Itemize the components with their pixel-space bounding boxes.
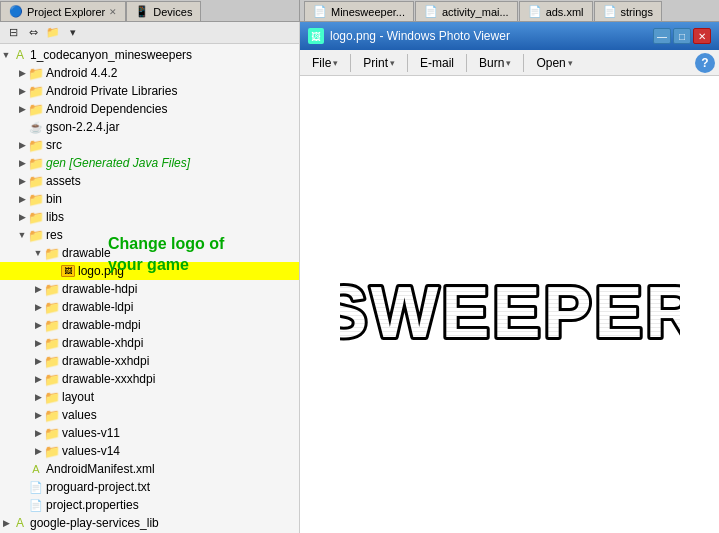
tab-strings[interactable]: 📄 strings	[594, 1, 662, 21]
editor-tabs: 📄 Minesweeper... 📄 activity_mai... 📄 ads…	[300, 0, 719, 21]
svg-text:SWEEPER: SWEEPER	[340, 272, 680, 352]
folder-icon: 📁	[44, 335, 60, 351]
folder-icon: 📁	[44, 317, 60, 333]
folder-icon: 📁	[44, 353, 60, 369]
list-item[interactable]: ▶ 📁 gen [Generated Java Files]	[0, 154, 299, 172]
folder-icon: 📁	[28, 209, 44, 225]
folder-icon: 📁	[28, 137, 44, 153]
devices-icon: 📱	[135, 5, 149, 18]
folder-icon: 📁	[44, 245, 60, 261]
folder-icon: 📁	[28, 173, 44, 189]
list-item[interactable]: ▶ 📁 drawable-xxxhdpi	[0, 370, 299, 388]
tab-strings-icon: 📄	[603, 5, 617, 18]
minimize-button[interactable]: —	[653, 28, 671, 44]
folder-icon: 📁	[44, 281, 60, 297]
tree-item-logo-png[interactable]: 🖼 logo.png	[0, 262, 299, 280]
menu-separator-4	[523, 54, 524, 72]
tab-activity-main[interactable]: 📄 activity_mai...	[415, 1, 518, 21]
folder-icon: 📁	[28, 227, 44, 243]
help-button[interactable]: ?	[695, 53, 715, 73]
tab-minesweeper-icon: 📄	[313, 5, 327, 18]
photo-viewer-image-area: .sw-text { font-family: Impact, 'Arial B…	[300, 76, 719, 533]
menu-email[interactable]: E-mail	[412, 52, 462, 74]
android-manifest-icon: A	[28, 461, 44, 477]
photo-viewer-app-icon: 🖼	[308, 28, 324, 44]
explorer-toolbar: ⊟ ⇔ 📁 ▾	[0, 22, 299, 44]
menu-burn[interactable]: Burn ▾	[471, 52, 519, 74]
list-item[interactable]: ▶ 📁 libs	[0, 208, 299, 226]
jar-icon: ☕	[28, 119, 44, 135]
folder-icon: 📁	[28, 101, 44, 117]
toolbar-new-folder[interactable]: 📁	[44, 24, 62, 42]
menu-print[interactable]: Print ▾	[355, 52, 403, 74]
list-item[interactable]: 📄 project.properties	[0, 496, 299, 514]
menu-burn-arrow: ▾	[506, 58, 511, 68]
tab-close-project-explorer[interactable]: ✕	[109, 7, 117, 17]
menu-open[interactable]: Open ▾	[528, 52, 580, 74]
folder-icon: 📁	[44, 407, 60, 423]
folder-icon: 📁	[28, 65, 44, 81]
eclipse-icon: 🔵	[9, 5, 23, 18]
list-item[interactable]: ▼ 📁 res	[0, 226, 299, 244]
folder-icon: 📁	[44, 371, 60, 387]
list-item[interactable]: ▶ 📁 Android Dependencies	[0, 100, 299, 118]
tree-item-google-play[interactable]: ▶ A google-play-services_lib	[0, 514, 299, 532]
menu-file-arrow: ▾	[333, 58, 338, 68]
list-item[interactable]: ▼ 📁 drawable	[0, 244, 299, 262]
folder-icon: 📁	[44, 443, 60, 459]
tab-ads-icon: 📄	[528, 5, 542, 18]
menu-print-arrow: ▾	[390, 58, 395, 68]
list-item[interactable]: ☕ gson-2.2.4.jar	[0, 118, 299, 136]
list-item[interactable]: ▶ 📁 drawable-xxhdpi	[0, 352, 299, 370]
tab-minesweeper[interactable]: 📄 Minesweeper...	[304, 1, 414, 21]
list-item[interactable]: ▶ 📁 drawable-ldpi	[0, 298, 299, 316]
list-item[interactable]: ▶ 📁 drawable-mdpi	[0, 316, 299, 334]
folder-icon: 📁	[28, 155, 44, 171]
list-item[interactable]: ▶ 📁 values-v14	[0, 442, 299, 460]
list-item[interactable]: ▶ 📁 drawable-xhdpi	[0, 334, 299, 352]
image-file-icon: 🖼	[60, 263, 76, 279]
list-item[interactable]: ▶ 📁 Android Private Libraries	[0, 82, 299, 100]
list-item[interactable]: ▶ 📁 bin	[0, 190, 299, 208]
android-project-icon: A	[12, 515, 28, 531]
folder-icon: 📁	[28, 83, 44, 99]
folder-icon: 📁	[44, 389, 60, 405]
text-file-icon: 📄	[28, 479, 44, 495]
tab-project-explorer[interactable]: 🔵 Project Explorer ✕	[0, 1, 126, 21]
tab-ads-xml[interactable]: 📄 ads.xml	[519, 1, 593, 21]
sweeper-logo-svg: .sw-text { font-family: Impact, 'Arial B…	[340, 255, 680, 355]
list-item[interactable]: ▶ 📁 Android 4.4.2	[0, 64, 299, 82]
close-button[interactable]: ✕	[693, 28, 711, 44]
photo-viewer-menu: File ▾ Print ▾ E-mail Burn ▾	[300, 50, 719, 76]
list-item[interactable]: A AndroidManifest.xml	[0, 460, 299, 478]
menu-separator-2	[407, 54, 408, 72]
menu-file[interactable]: File ▾	[304, 52, 346, 74]
toolbar-down-arrow[interactable]: ▾	[64, 24, 82, 42]
toolbar-link-editor[interactable]: ⇔	[24, 24, 42, 42]
tab-activity-icon: 📄	[424, 5, 438, 18]
window-controls: — □ ✕	[653, 28, 711, 44]
folder-icon: 📁	[44, 425, 60, 441]
project-tree: ▼ A 1_codecanyon_minesweepers ▶ 📁 Androi…	[0, 44, 299, 533]
menu-open-arrow: ▾	[568, 58, 573, 68]
list-item[interactable]: 📄 proguard-project.txt	[0, 478, 299, 496]
maximize-button[interactable]: □	[673, 28, 691, 44]
photo-viewer-panel: 🖼 logo.png - Windows Photo Viewer — □ ✕ …	[300, 22, 719, 533]
android-icon: A	[12, 47, 28, 63]
tab-devices[interactable]: 📱 Devices	[126, 1, 201, 21]
list-item[interactable]: ▶ 📁 layout	[0, 388, 299, 406]
list-item[interactable]: ▶ 📁 src	[0, 136, 299, 154]
list-item[interactable]: ▶ 📁 assets	[0, 172, 299, 190]
folder-icon: 📁	[28, 191, 44, 207]
menu-separator-3	[466, 54, 467, 72]
toolbar-collapse-all[interactable]: ⊟	[4, 24, 22, 42]
photo-viewer-titlebar: 🖼 logo.png - Windows Photo Viewer — □ ✕	[300, 22, 719, 50]
list-item[interactable]: ▶ 📁 values	[0, 406, 299, 424]
list-item[interactable]: ▶ 📁 drawable-hdpi	[0, 280, 299, 298]
menu-separator-1	[350, 54, 351, 72]
tree-item-root[interactable]: ▼ A 1_codecanyon_minesweepers	[0, 46, 299, 64]
properties-icon: 📄	[28, 497, 44, 513]
list-item[interactable]: ▶ 📁 values-v11	[0, 424, 299, 442]
folder-icon: 📁	[44, 299, 60, 315]
